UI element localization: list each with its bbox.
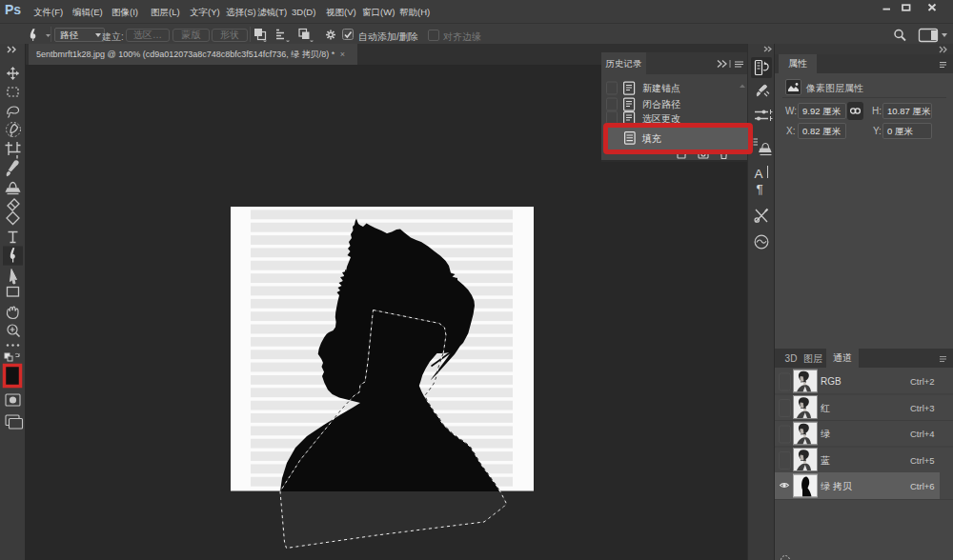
svg-text:Ctrl+5: Ctrl+5 [910, 455, 935, 466]
svg-text:蓝: 蓝 [821, 455, 830, 466]
svg-text:闭合路径: 闭合路径 [642, 99, 680, 110]
svg-text:Ctrl+6: Ctrl+6 [910, 481, 935, 491]
svg-text:选区更改: 选区更改 [642, 113, 680, 124]
svg-text:Ctrl+4: Ctrl+4 [910, 429, 935, 439]
svg-text:红: 红 [821, 403, 830, 413]
svg-text:¶: ¶ [757, 182, 763, 196]
svg-text:A: A [755, 167, 763, 181]
svg-text:绿: 绿 [821, 429, 830, 439]
svg-text:新建锚点: 新建锚点 [642, 83, 680, 93]
svg-text:Ctrl+2: Ctrl+2 [910, 376, 935, 387]
svg-text:Ctrl+3: Ctrl+3 [910, 403, 935, 413]
svg-text:绿 拷贝: 绿 拷贝 [821, 481, 853, 491]
svg-text:RGB: RGB [821, 376, 841, 387]
